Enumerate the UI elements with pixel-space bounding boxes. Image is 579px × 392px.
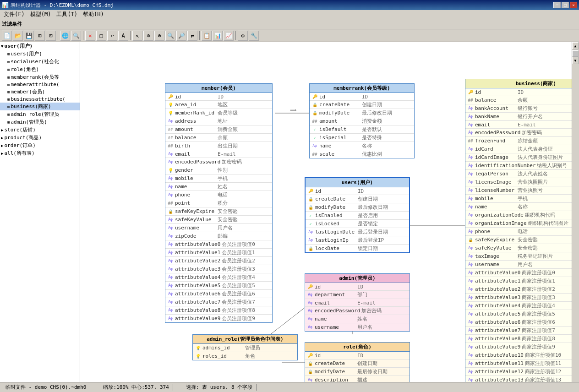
sidebar-item-memberattribute[interactable]: ⊞ memberattribute( [0, 81, 80, 88]
bulb-icon: 💡 [195, 345, 201, 351]
minimize-button[interactable]: ─ [553, 2, 561, 8]
toolbar-btn9[interactable]: ↩ [107, 31, 117, 41]
table-role[interactable]: role(角色) 🔑idID 🔒createDate创建日期 🔒modifyDa… [305, 342, 410, 382]
menu-help[interactable]: 帮助(H) [80, 10, 107, 19]
toolbar-btn5[interactable]: ⊡ [46, 31, 56, 41]
status-zoom: 缩放:100% 中心:537, 374 [99, 384, 173, 391]
maximize-button[interactable]: □ [562, 2, 569, 8]
key-icon: 🔑 [311, 93, 318, 100]
field-icon: Aφ [467, 114, 474, 120]
table-admin[interactable]: admin(管理员) 🔑idID Aφdepartment部门 AφemailE… [305, 273, 410, 332]
sidebar-item-users[interactable]: ⊞ users(用户) [0, 50, 80, 58]
title-bar-title: 📊 表结构设计器 - D:\EZDML\demo_CHS.dmj [2, 2, 114, 9]
field-icon: Aφ [307, 324, 313, 331]
field-row: Aφmobile手机 [165, 174, 272, 183]
field-icon: Aφ [467, 253, 474, 260]
sidebar-item-admin-role[interactable]: ⊞ admin_role(管理员 [0, 110, 80, 118]
field-icon: Aφ [311, 143, 318, 149]
bulb-icon: 💡 [195, 353, 201, 359]
expand-icon4: ⊞ [7, 67, 10, 72]
menu-file[interactable]: 文件(F) [1, 10, 27, 19]
toolbar-btn16[interactable]: ⇄ [187, 31, 197, 41]
sidebar-item-businessattribute[interactable]: ⊞ businessattribute( [0, 96, 80, 103]
sidebar-item-product[interactable]: ▶ product(商品) [0, 134, 80, 142]
sidebar-item-user[interactable]: ▼ user(用户) [0, 42, 80, 50]
sidebar-item-memberrank[interactable]: ⊞ memberrank(会员等 [0, 73, 80, 81]
toolbar-btn13[interactable]: ⊗ [154, 31, 164, 41]
hash-icon: ## [167, 200, 174, 207]
toolbar-btn6[interactable]: 🌐 [60, 31, 70, 41]
field-row: AφencodedPassword加密密码 [165, 158, 272, 166]
sidebar-label-memberattribute: memberattribute( [11, 82, 59, 87]
sidebar-item-member[interactable]: ⊞ member(会员) [0, 88, 80, 96]
menu-tools[interactable]: 工具(T) [54, 10, 80, 19]
expand-icon15: ▶ [1, 151, 3, 156]
field-icon: Aφ [467, 121, 474, 128]
field-row: 🔒createDate创建日期 [305, 359, 410, 368]
field-row: 💡roles_id角色 [193, 352, 297, 360]
table-users[interactable]: users(用户) 🔑idID 🔒createDate创建日期 🔒modifyD… [305, 177, 410, 253]
field-icon: Aφ [167, 225, 174, 231]
toolbar-select[interactable]: ↖ [132, 31, 142, 41]
sidebar-item-all[interactable]: ▶ all(所有表) [0, 149, 80, 157]
sidebar-item-role[interactable]: ⊞ role(角色) [0, 65, 80, 73]
status-selection: 选择: 表 users, 8 个字段 [182, 384, 257, 391]
toolbar-btn18[interactable]: 📊 [213, 31, 223, 41]
toolbar-btn12[interactable]: ⊕ [143, 31, 153, 41]
field-row: AφattributeValue7商家注册项值7 [465, 327, 572, 335]
table-memberrank[interactable]: memberrank(会员等级) 🔑idID 🔒createDate创建日期 🔒… [309, 83, 415, 158]
table-business[interactable]: business(商家) 🔑idID ##balance余额 AφbankAcc… [465, 79, 572, 382]
field-row: AφtaxImage税务登记证图片 [465, 252, 572, 261]
toolbar-btn21[interactable]: 🔧 [249, 31, 259, 41]
field-row: ✓isLocked是否锁定 [306, 220, 409, 228]
toolbar-search[interactable]: 🔍 [71, 31, 81, 41]
field-icon: Aφ [167, 299, 174, 305]
sidebar-item-admin[interactable]: ⊞ admin(管理员) [0, 118, 80, 126]
toolbar-btn10[interactable]: A [118, 31, 128, 41]
toolbar-sep4 [199, 31, 200, 40]
table-admin-role[interactable]: admin_role(管理员角色中间表) 💡admins_id管理员 💡role… [192, 334, 298, 360]
sidebar-item-business[interactable]: ⊞ business(商家) [0, 103, 80, 110]
toolbar-btn4[interactable]: ⊞ [35, 31, 45, 41]
filter-label: 过滤条件 [2, 21, 22, 27]
toolbar-zoom-in[interactable]: 🔍 [165, 31, 175, 41]
hash-icon: ## [311, 118, 318, 125]
toolbar-btn19[interactable]: 📈 [224, 31, 234, 41]
field-row: AφattributeValue10商家注册项值10 [465, 351, 572, 359]
field-row: AφattributeValue5商家注册项值5 [465, 310, 572, 318]
sidebar-label-users: users(用户) [11, 50, 42, 57]
toolbar-save[interactable]: 💾 [24, 31, 34, 41]
close-button[interactable]: ✕ [570, 2, 577, 8]
key-icon: 🔑 [307, 283, 313, 290]
toolbar-new[interactable]: 📄 [2, 31, 12, 41]
sidebar-item-socialuser[interactable]: ⊞ socialuser(社会化 [0, 58, 80, 65]
canvas-area[interactable]: ⟹ member(会员) 🔑idID 💡area_id地区 💡memberRan… [80, 42, 572, 382]
field-row: AφattributeValue8商家注册项值8 [465, 335, 572, 343]
field-icon: Aφ [167, 258, 174, 264]
field-row: AφattributeValue2会员注册项值2 [165, 257, 272, 265]
table-member[interactable]: member(会员) 🔑idID 💡area_id地区 💡memberRank_… [165, 83, 273, 323]
sidebar-item-store[interactable]: ▶ store(店铺) [0, 126, 80, 134]
menu-model[interactable]: 模型(M) [27, 10, 54, 19]
field-row: ##balance余额 [465, 96, 572, 104]
field-icon: Aφ [467, 360, 474, 367]
toolbar-delete[interactable]: ✕ [85, 31, 95, 41]
toolbar-btn8[interactable]: □ [96, 31, 106, 41]
field-icon: Aφ [167, 217, 174, 223]
toolbar-btn20[interactable]: ⚙ [238, 31, 248, 41]
sidebar-label-order: order(订单) [4, 142, 35, 149]
field-icon: Aφ [167, 283, 174, 289]
field-icon: Aφ [467, 212, 474, 218]
field-row: AφencodedPassword加密密码 [305, 307, 410, 315]
toolbar-btn17[interactable]: 📋 [202, 31, 212, 41]
field-icon: Aφ [467, 146, 474, 152]
right-scrollbar[interactable]: ▲ ▼ [572, 42, 579, 382]
field-row: Aφusername用户名 [465, 261, 572, 269]
sidebar-item-order[interactable]: ▶ order(订单) [0, 142, 80, 149]
field-row: AφattributeValue3商家注册项值3 [465, 294, 572, 302]
toolbar-open[interactable]: 📂 [13, 31, 23, 41]
hash-icon: ## [467, 138, 474, 144]
toolbar-zoom-out[interactable]: 🔎 [176, 31, 186, 41]
field-icon: Aφ [467, 171, 474, 177]
field-row: Aφphone电话 [165, 191, 272, 199]
